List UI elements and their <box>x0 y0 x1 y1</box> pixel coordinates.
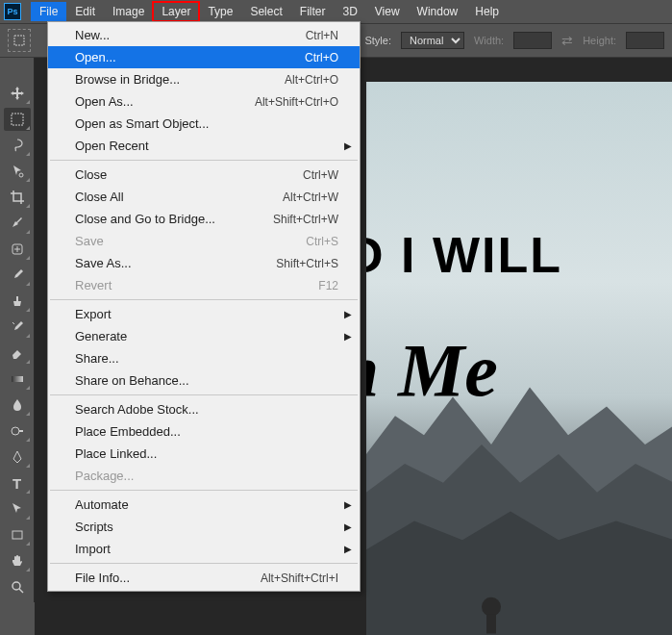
menu-item-shortcut: F12 <box>318 279 338 292</box>
menu-item-search-adobe-stock[interactable]: Search Adobe Stock... <box>48 398 360 420</box>
healing-brush-tool[interactable] <box>4 238 31 261</box>
rectangle-tool[interactable] <box>4 523 31 546</box>
menu-item-import[interactable]: Import▶ <box>48 538 360 560</box>
menu-item-scripts[interactable]: Scripts▶ <box>48 516 360 538</box>
move-tool[interactable] <box>4 82 31 105</box>
menu-item-shortcut: Shift+Ctrl+W <box>273 213 338 226</box>
width-input[interactable] <box>513 32 552 49</box>
menu-item-label: Share... <box>75 351 119 366</box>
svg-point-2 <box>19 173 23 177</box>
menu-edit[interactable]: Edit <box>66 2 104 21</box>
path-select-tool[interactable] <box>4 497 31 521</box>
menu-item-revert: RevertF12 <box>48 274 360 296</box>
menu-item-save-as[interactable]: Save As...Shift+Ctrl+S <box>48 252 360 274</box>
menu-item-label: Automate <box>75 497 129 512</box>
toolbar: T <box>0 58 35 602</box>
menu-help[interactable]: Help <box>466 2 508 21</box>
menu-item-label: New... <box>75 28 110 42</box>
menu-window[interactable]: Window <box>409 2 467 21</box>
svg-point-7 <box>12 582 20 590</box>
submenu-arrow-icon: ▶ <box>344 544 352 554</box>
submenu-arrow-icon: ▶ <box>344 140 352 151</box>
menu-select[interactable]: Select <box>241 2 290 21</box>
lasso-tool[interactable] <box>4 134 31 157</box>
menu-item-open[interactable]: Open...Ctrl+O <box>48 46 360 68</box>
menu-item-shortcut: Ctrl+W <box>303 168 338 182</box>
crop-tool[interactable] <box>4 186 31 209</box>
marquee-tool[interactable] <box>4 108 31 131</box>
svg-rect-9 <box>486 614 496 633</box>
mountain-image <box>366 340 672 635</box>
menu-item-place-embedded[interactable]: Place Embedded... <box>48 420 360 443</box>
menu-item-label: File Info... <box>75 571 130 585</box>
menu-item-open-as[interactable]: Open As...Alt+Shift+Ctrl+O <box>48 90 360 113</box>
menu-item-label: Close and Go to Bridge... <box>75 212 215 226</box>
menu-item-share-on-behance[interactable]: Share on Behance... <box>48 369 360 392</box>
brush-tool[interactable] <box>4 264 31 287</box>
file-menu-dropdown: New...Ctrl+NOpen...Ctrl+OBrowse in Bridg… <box>47 21 361 592</box>
menu-item-automate[interactable]: Automate▶ <box>48 494 360 516</box>
style-select[interactable]: Normal <box>401 32 464 49</box>
zoom-tool[interactable] <box>4 575 31 598</box>
menu-item-close[interactable]: CloseCtrl+W <box>48 164 360 186</box>
submenu-arrow-icon: ▶ <box>344 521 352 532</box>
menu-item-open-as-smart-object[interactable]: Open as Smart Object... <box>48 113 360 135</box>
menu-item-label: Place Linked... <box>75 446 157 461</box>
submenu-arrow-icon: ▶ <box>344 309 352 319</box>
canvas-text-1: D I WILL <box>366 226 562 284</box>
menu-item-shortcut: Ctrl+N <box>306 29 338 42</box>
svg-rect-1 <box>12 114 23 125</box>
menu-item-label: Save As... <box>75 256 132 270</box>
menu-item-open-recent[interactable]: Open Recent▶ <box>48 135 360 157</box>
menu-file[interactable]: File <box>31 2 66 21</box>
menu-item-place-linked[interactable]: Place Linked... <box>48 443 360 465</box>
svg-rect-4 <box>12 376 23 382</box>
menu-item-label: Export <box>75 307 112 321</box>
menu-item-label: Scripts <box>75 520 113 534</box>
menu-3d[interactable]: 3D <box>334 2 365 21</box>
menu-item-shortcut: Alt+Shift+Ctrl+I <box>261 572 338 585</box>
menu-separator <box>50 299 358 300</box>
pen-tool[interactable] <box>4 445 31 469</box>
svg-rect-0 <box>14 36 24 45</box>
document-canvas[interactable]: D I WILL h Me <box>366 82 672 635</box>
menu-filter[interactable]: Filter <box>291 2 335 21</box>
blur-tool[interactable] <box>4 394 31 417</box>
menu-item-label: Open As... <box>75 94 134 109</box>
eyedropper-tool[interactable] <box>4 212 31 235</box>
gradient-tool[interactable] <box>4 368 31 391</box>
menu-item-shortcut: Alt+Ctrl+O <box>285 73 338 87</box>
menu-item-file-info[interactable]: File Info...Alt+Shift+Ctrl+I <box>48 567 360 589</box>
type-tool[interactable]: T <box>4 471 31 495</box>
dodge-tool[interactable] <box>4 419 31 443</box>
menu-layer[interactable]: Layer <box>153 2 199 21</box>
menu-separator <box>50 160 358 161</box>
menu-item-shortcut: Shift+Ctrl+S <box>276 257 338 270</box>
menu-item-save: SaveCtrl+S <box>48 230 360 252</box>
menu-image[interactable]: Image <box>104 2 153 21</box>
menu-item-export[interactable]: Export▶ <box>48 303 360 325</box>
menu-item-browse-in-bridge[interactable]: Browse in Bridge...Alt+Ctrl+O <box>48 68 360 90</box>
menu-item-generate[interactable]: Generate▶ <box>48 325 360 347</box>
svg-point-8 <box>482 597 501 617</box>
hand-tool[interactable] <box>4 549 31 572</box>
history-brush-tool[interactable] <box>4 316 31 339</box>
clone-stamp-tool[interactable] <box>4 290 31 313</box>
quick-select-tool[interactable] <box>4 160 31 183</box>
menu-separator <box>50 394 358 395</box>
menu-item-close-all[interactable]: Close AllAlt+Ctrl+W <box>48 186 360 208</box>
height-input[interactable] <box>626 32 664 49</box>
menu-view[interactable]: View <box>366 2 409 21</box>
menu-type[interactable]: Type <box>199 2 241 21</box>
menu-item-label: Close All <box>75 190 124 204</box>
menu-item-new[interactable]: New...Ctrl+N <box>48 24 360 46</box>
menu-item-share[interactable]: Share... <box>48 347 360 369</box>
menu-item-label: Search Adobe Stock... <box>75 402 199 417</box>
eraser-tool[interactable] <box>4 342 31 365</box>
menu-item-close-and-go-to-bridge[interactable]: Close and Go to Bridge...Shift+Ctrl+W <box>48 208 360 230</box>
menu-item-shortcut: Ctrl+O <box>305 51 338 64</box>
app-logo: Ps <box>4 3 21 20</box>
swap-icon[interactable]: ⇄ <box>561 33 573 48</box>
tool-preset-picker[interactable] <box>8 29 31 52</box>
width-label: Width: <box>474 35 504 46</box>
